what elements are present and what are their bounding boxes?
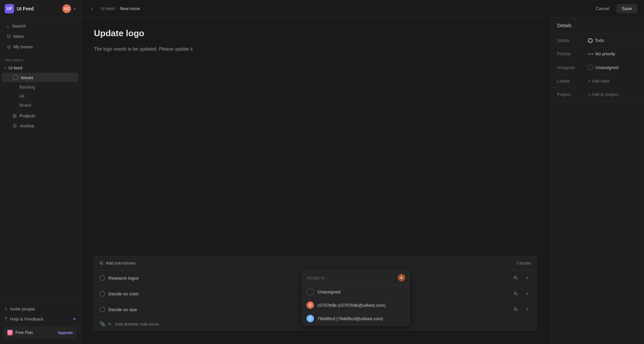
team-name: Ui feed [8,65,22,70]
topbar-actions: Cancel Save [591,4,637,13]
save-button[interactable]: Save [616,4,637,13]
sidebar: UF UI Feed CC ▾ ⌕ Search ⊡ Inbox ◎ My is… [0,0,80,344]
svg-point-1 [515,292,516,294]
team-header[interactable]: ▾ Ui feed [0,63,80,72]
details-panel: Details Status Todo Priority No priority [550,17,644,344]
assign-dropdown-header: A [303,271,409,285]
remove-sub-issue-button[interactable]: ✕ [524,274,531,282]
sidebar-bottom: + Invite people ? Help & Feedback ⚡ Free… [0,301,80,344]
assignee-value: Unassigned [588,65,619,70]
assignee-row[interactable]: Assignee Unassigned [550,61,644,74]
unassigned-label: Unassigned [317,289,340,294]
sub-issue-row: Research logos ✕ A [94,270,536,286]
user-avatar-button[interactable]: CC [62,4,71,13]
add-label-button[interactable]: + Add label [588,78,610,83]
assign-option-user1[interactable]: C c5707b9b (c5707b9b@uifeed.com) [303,298,409,312]
sub-issues-title: Add sub-issues [106,261,516,266]
help-feedback-button[interactable]: ? Help & Feedback [0,314,80,324]
priority-value: No priority [588,51,615,56]
chevron-down-icon: ▾ [5,66,6,70]
priority-dots-icon [588,53,593,55]
sidebar-item-label: Inbox [13,34,24,39]
sidebar-item-label: Search [12,23,26,28]
status-text: Todo [595,38,604,43]
priority-label: Priority [557,51,584,56]
status-value: Todo [588,38,604,43]
assign-option-user2[interactable]: 7 79ddf6cd (79ddf6cd@uifeed.com) [303,312,409,325]
priority-row[interactable]: Priority No priority [550,47,644,61]
status-row[interactable]: Status Todo [550,34,644,47]
chevron-left-icon: ‹ [91,6,93,12]
assign-search-input[interactable] [307,275,398,280]
sub-issues-icon: ⧉ [100,260,103,266]
projects-icon: ⊞ [13,113,17,118]
notification-dot [73,318,75,320]
issue-title[interactable]: Update logo [94,28,537,39]
sidebar-item-label: Projects [19,113,35,118]
labels-label: Labels [557,78,584,83]
back-button[interactable]: ‹ [87,4,97,13]
upgrade-button[interactable]: Upgrade [58,331,73,335]
main-content: ‹ Ui feed › New issue Cancel Save Update… [80,0,644,344]
issue-editor: Update logo The logo needs to be updated… [80,17,550,344]
sidebar-item-projects[interactable]: ⊞ Projects [2,111,78,120]
invite-people-button[interactable]: + Invite people [0,304,80,314]
remove-sub-issue-button[interactable]: ✕ [524,290,531,297]
remove-sub-issue-button[interactable]: ✕ [524,306,531,313]
assign-button[interactable] [512,274,520,282]
person-add-icon [514,307,518,312]
labels-row[interactable]: Labels + Add label [550,74,644,88]
app-icon: UF [5,4,14,13]
unassigned-icon [307,288,314,295]
person-add-icon [514,276,518,280]
add-to-project-text: + Add to project [588,92,619,97]
sidebar-item-backlog[interactable]: Backlog [2,83,78,91]
svg-point-0 [515,276,516,278]
plus-icon: + [108,321,111,327]
add-label-text: + Add label [588,78,610,83]
sub-issue-status-icon [100,275,105,281]
person-add-icon [514,291,518,296]
help-icon: ? [5,316,7,322]
sidebar-item-inbox[interactable]: ⊡ Inbox [2,31,78,41]
sidebar-header[interactable]: UF UI Feed CC ▾ [0,0,80,18]
plan-icon: ⚡ [7,330,13,335]
sidebar-item-label: Issues [21,75,34,80]
user2-label: 79ddf6cd (79ddf6cd@uifeed.com) [317,316,383,321]
issue-description[interactable]: The logo needs to be updated. Please upd… [94,45,537,53]
add-to-project-button[interactable]: + Add to project [588,92,619,97]
search-avatar-badge: A [398,274,405,281]
assign-button[interactable] [512,289,520,298]
person-icon: ◎ [7,44,11,49]
sub-issue-status-icon [100,291,105,296]
sidebar-item-search[interactable]: ⌕ Search [2,21,78,31]
cancel-button[interactable]: Cancel [591,4,614,13]
sidebar-item-my-issues[interactable]: ◎ My issues [2,42,78,52]
details-title: Details [550,17,644,34]
issue-body: Update logo The logo needs to be updated… [80,17,644,344]
project-row[interactable]: Project + Add to project [550,88,644,101]
assign-dropdown: A Unassigned C c5707b9b (c5707b9b@uifeed… [302,270,410,326]
sidebar-navigation: ⌕ Search ⊡ Inbox ◎ My issues [0,18,80,55]
sidebar-item-issues[interactable]: Issues [2,73,78,82]
upgrade-banner[interactable]: ⚡ Free Plan Upgrade [3,327,77,339]
sidebar-item-label: My issues [13,44,33,49]
breadcrumb-separator: › [116,6,118,11]
assignee-text: Unassigned [595,65,619,70]
sidebar-item-board[interactable]: Board [2,101,78,109]
sidebar-item-archive[interactable]: ☰ Archive [2,121,78,130]
assign-button[interactable] [512,305,520,314]
sidebar-item-all[interactable]: All [2,92,78,100]
add-sub-issue-label: Add another sub-issue [115,322,159,327]
user2-avatar: 7 [307,315,314,322]
search-icon: ⌕ [7,23,9,28]
breadcrumb-current: New issue [120,6,140,11]
sidebar-item-label: All [19,94,24,99]
unassigned-assignee-icon [588,65,593,70]
inbox-icon: ⊡ [7,34,11,39]
teams-section-label: Your teams [0,55,80,63]
sidebar-item-label: Backlog [19,84,35,90]
sub-issues-header: ⧉ Add sub-issues 3 issues [94,256,536,270]
assign-option-unassigned[interactable]: Unassigned [303,285,409,298]
sub-issues-panel: ⧉ Add sub-issues 3 issues Research logos [94,256,537,331]
